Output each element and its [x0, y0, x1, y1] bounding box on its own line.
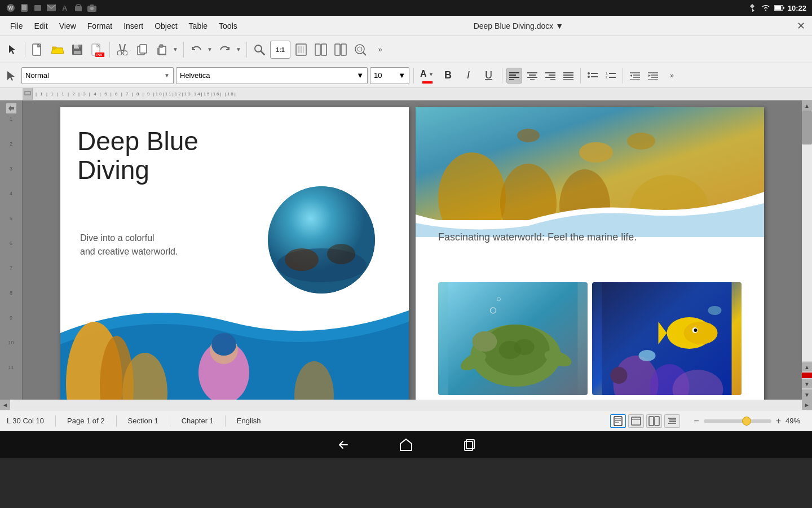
zoom-100-button[interactable]: 1:1 [270, 41, 290, 59]
new-doc-button[interactable] [29, 41, 47, 59]
menu-file[interactable]: File [5, 19, 29, 33]
scroll-thumb[interactable] [802, 111, 812, 144]
view-web-button[interactable] [628, 414, 644, 428]
underline-button[interactable]: U [480, 67, 498, 85]
zoom-view-button[interactable] [351, 41, 369, 59]
app-icon: W [6, 3, 16, 13]
redo-dropdown[interactable]: ▼ [234, 41, 243, 59]
paste-group[interactable]: ▼ [153, 41, 180, 59]
separator-4 [246, 42, 247, 58]
unordered-list-button[interactable] [585, 68, 601, 84]
font-size-dropdown[interactable]: 10 ▼ [370, 67, 409, 84]
menu-object[interactable]: Object [149, 19, 183, 33]
scroll-page-down-button[interactable]: ▼ [802, 379, 812, 388]
back-button[interactable] [334, 436, 352, 454]
copy-button[interactable] [133, 41, 151, 59]
redo-button[interactable] [216, 41, 234, 59]
align-right-button[interactable] [542, 68, 558, 84]
save-button[interactable] [68, 41, 86, 59]
page-view-button[interactable] [312, 41, 330, 59]
margin-corner[interactable] [6, 103, 16, 113]
camera-icon [87, 3, 97, 13]
view-outline-button[interactable] [664, 414, 680, 428]
scroll-track[interactable] [802, 111, 812, 361]
align-left-button[interactable] [506, 68, 522, 84]
more-button[interactable]: » [371, 41, 389, 59]
svg-text:W: W [8, 5, 14, 11]
zoom-percentage: 49% [785, 417, 805, 425]
home-button[interactable] [397, 436, 415, 454]
svg-rect-10 [90, 5, 94, 6]
book-view-button[interactable] [332, 41, 350, 59]
pdf-button[interactable]: PDF [88, 41, 106, 59]
font-family-dropdown[interactable]: Helvetica ▼ [176, 67, 368, 84]
hscroll-right-button[interactable]: ► [802, 400, 812, 410]
fmt-sep-3 [580, 68, 581, 84]
undo-button[interactable] [187, 41, 205, 59]
menu-tools[interactable]: Tools [213, 19, 243, 33]
scroll-page-up-button[interactable]: ▲ [802, 362, 812, 371]
android-nav-bar [0, 431, 812, 458]
zoom-in-button[interactable]: + [774, 416, 783, 426]
find-button[interactable] [250, 41, 268, 59]
separator-2 [109, 42, 110, 58]
undo-group[interactable]: ▼ [187, 41, 214, 59]
image-icon [33, 3, 43, 13]
zoom-out-button[interactable]: − [691, 416, 701, 426]
undo-dropdown[interactable]: ▼ [205, 41, 214, 59]
open-button[interactable] [48, 41, 67, 59]
paste-button[interactable] [153, 41, 171, 59]
arrow-select-tool[interactable] [3, 68, 19, 84]
scroll-up-button[interactable]: ▲ [802, 100, 812, 111]
align-center-button[interactable] [524, 68, 540, 84]
view-normal-button[interactable] [610, 414, 626, 428]
left-margin: 1 2 3 4 5 6 7 8 9 10 11 [0, 100, 23, 400]
menu-insert[interactable]: Insert [118, 19, 149, 33]
page2-tagline: Fascinating waterworld: Feel the marine … [438, 231, 637, 243]
font-color-indicator [422, 81, 433, 84]
more-fmt-button[interactable]: » [663, 67, 681, 85]
hscroll-track[interactable] [10, 400, 802, 410]
bold-button[interactable]: B [439, 67, 457, 85]
zoom-controls: − + 49% [691, 416, 805, 426]
italic-button[interactable]: I [460, 67, 478, 85]
menu-edit[interactable]: Edit [29, 19, 54, 33]
page2-photo-turtle [438, 282, 588, 395]
scrollbar-right: ▲ ▲ ▼ ▼ [802, 100, 812, 400]
paragraph-style-dropdown[interactable]: Normal ▼ [21, 67, 174, 84]
scroll-down-button[interactable]: ▼ [802, 389, 812, 400]
ordered-list-button[interactable]: 1.2. [603, 68, 619, 84]
hscroll-left-button[interactable]: ◄ [0, 400, 10, 410]
svg-rect-114 [649, 417, 654, 426]
redo-group[interactable]: ▼ [216, 41, 243, 59]
svg-rect-32 [341, 44, 346, 55]
svg-rect-28 [296, 44, 306, 55]
view-book-button[interactable] [646, 414, 662, 428]
font-color-button[interactable]: A ▼ [418, 66, 437, 85]
svg-point-99 [684, 322, 718, 344]
paste-dropdown[interactable]: ▼ [171, 41, 180, 59]
document-title: Deep Blue Diving.docx ▼ [243, 21, 794, 30]
recents-button[interactable] [460, 436, 478, 454]
ruler-corner[interactable] [23, 88, 33, 100]
zoom-thumb[interactable] [742, 417, 751, 426]
svg-point-21 [123, 51, 127, 55]
close-button[interactable]: ✕ [794, 19, 807, 33]
indent-increase-button[interactable] [627, 68, 643, 84]
menu-format[interactable]: Format [82, 19, 118, 33]
svg-line-34 [363, 52, 366, 55]
font-color-dropdown[interactable]: ▼ [428, 67, 435, 81]
cut-button[interactable] [113, 41, 131, 59]
selector-tool[interactable] [3, 41, 21, 59]
menu-view[interactable]: View [54, 19, 82, 33]
svg-point-54 [588, 76, 590, 78]
indent-decrease-button[interactable] [645, 68, 661, 84]
menu-table[interactable]: Table [183, 19, 213, 33]
svg-rect-30 [321, 44, 326, 55]
svg-text:2.: 2. [606, 76, 608, 79]
style-value: Normal [25, 71, 49, 80]
svg-point-71 [327, 244, 355, 264]
zoom-page-button[interactable] [292, 41, 310, 59]
align-justify-button[interactable] [561, 68, 576, 84]
zoom-slider[interactable] [704, 419, 771, 423]
